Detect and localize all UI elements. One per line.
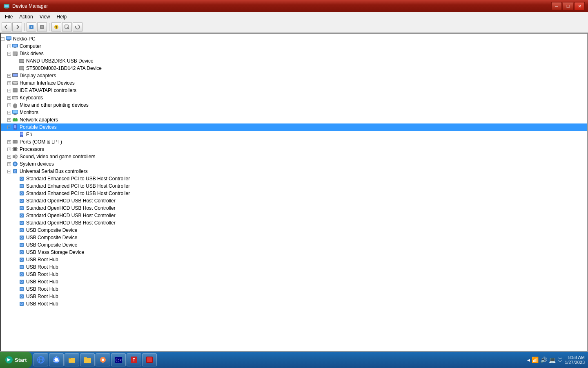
tree-item-usb-root-2[interactable]: USB Root Hub xyxy=(1,263,587,271)
label-processors: Processors xyxy=(20,146,44,152)
menu-action[interactable]: Action xyxy=(16,13,36,20)
tray-network[interactable]: 📶 xyxy=(532,357,539,363)
toolbar-properties[interactable]: i xyxy=(27,22,36,31)
expander-ide-ata[interactable]: + xyxy=(7,89,11,92)
tree-item-usb-ohci-3[interactable]: Standard OpenHCD USB Host Controller xyxy=(1,212,587,219)
toolbar-search[interactable] xyxy=(62,22,72,31)
toolbar-help[interactable]: ? xyxy=(51,22,61,31)
toolbar: i ? xyxy=(0,21,588,33)
tree-item-disk-drives[interactable]: − Disk drives xyxy=(1,50,587,57)
expander-human-interface[interactable]: + xyxy=(7,81,11,85)
expander-computer[interactable]: + xyxy=(7,45,11,48)
expander-portable-devices[interactable]: − xyxy=(7,126,11,129)
icon-usb-root-2 xyxy=(18,264,25,270)
toolbar-refresh[interactable] xyxy=(73,22,82,31)
start-button[interactable]: Start xyxy=(0,352,32,368)
toolbar-back[interactable] xyxy=(2,22,11,31)
tree-item-usb-ehci-2[interactable]: Standard Enhanced PCI to USB Host Contro… xyxy=(1,182,587,190)
expander-network-adapters[interactable]: + xyxy=(7,118,11,122)
taskbar-ie[interactable] xyxy=(33,353,48,366)
svg-rect-29 xyxy=(13,74,18,76)
tree-item-usb-ohci-1[interactable]: Standard OpenHCD USB Host Controller xyxy=(1,197,587,204)
tree-item-usb-controllers[interactable]: − Universal Serial Bus controllers xyxy=(1,168,587,175)
label-usb-mass-storage: USB Mass Storage Device xyxy=(26,249,84,255)
expander-display-adapters[interactable]: + xyxy=(7,74,11,78)
tree-item-usb-composite-2[interactable]: USB Composite Device xyxy=(1,234,587,241)
taskbar-explorer[interactable] xyxy=(65,353,79,366)
tree-item-computer[interactable]: + Computer xyxy=(1,43,587,50)
tree-item-usb-root-4[interactable]: USB Root Hub xyxy=(1,278,587,285)
menu-view[interactable]: View xyxy=(36,13,53,20)
tray-hardware[interactable]: 💻 xyxy=(549,357,556,363)
tray-arrow[interactable]: ◂ xyxy=(527,357,530,363)
tree-item-e-drive[interactable]: E:\ xyxy=(1,131,587,138)
tree-item-usb-composite-1[interactable]: USB Composite Device xyxy=(1,227,587,234)
icon-computer xyxy=(12,43,18,49)
expander-monitors[interactable]: + xyxy=(7,111,11,114)
tray-volume[interactable]: 🔊 xyxy=(540,357,547,363)
expander-nekko-pc[interactable]: − xyxy=(1,37,4,41)
tree-item-sound-video[interactable]: + Sound, video and game controllers xyxy=(1,153,587,160)
maximize-button[interactable]: □ xyxy=(563,2,573,10)
close-button[interactable]: ✕ xyxy=(574,2,585,10)
expander-sound-video[interactable]: + xyxy=(7,155,11,159)
tree-item-usb-ohci-4[interactable]: Standard OpenHCD USB Host Controller xyxy=(1,219,587,227)
tree-item-ports[interactable]: + Ports (COM & LPT) xyxy=(1,138,587,146)
expander-usb-controllers[interactable]: − xyxy=(7,170,11,173)
taskbar-app2[interactable] xyxy=(142,353,157,366)
expander-system-devices[interactable]: + xyxy=(7,162,11,166)
tree-item-usb-composite-3[interactable]: USB Composite Device xyxy=(1,241,587,249)
svg-point-127 xyxy=(21,303,22,304)
toolbar-uninstall[interactable] xyxy=(37,22,47,31)
tray-security[interactable]: 🛡 xyxy=(557,357,563,363)
tree-item-usb-root-7[interactable]: USB Root Hub xyxy=(1,300,587,307)
tree-item-nekko-pc[interactable]: − Nekko-PC xyxy=(1,35,587,43)
tree-item-ide-ata[interactable]: + IDE ATA/ATAPI controllers xyxy=(1,87,587,94)
device-tree-panel[interactable]: − Nekko-PC+ Computer− Disk drives NAND U… xyxy=(0,33,588,352)
expander-usb-composite-3 xyxy=(14,242,18,248)
taskbar-paint[interactable] xyxy=(96,353,110,366)
tree-item-usb-ohci-2[interactable]: Standard OpenHCD USB Host Controller xyxy=(1,204,587,212)
label-usb-root-1: USB Root Hub xyxy=(26,257,58,263)
tree-item-human-interface[interactable]: + Human Interface Devices xyxy=(1,79,587,87)
tree-item-usb-root-3[interactable]: USB Root Hub xyxy=(1,271,587,278)
expander-processors[interactable]: + xyxy=(7,148,11,151)
tree-item-keyboards[interactable]: + Keyboards xyxy=(1,94,587,101)
expander-mice[interactable]: + xyxy=(7,103,11,107)
label-usb-ohci-3: Standard OpenHCD USB Host Controller xyxy=(26,213,116,218)
svg-rect-18 xyxy=(14,47,16,48)
tree-item-nand-usb[interactable]: NAND USB2DISK USB Device xyxy=(1,57,587,65)
label-usb-ohci-4: Standard OpenHCD USB Host Controller xyxy=(26,220,116,226)
tree-item-usb-root-1[interactable]: USB Root Hub xyxy=(1,256,587,263)
minimize-button[interactable]: ─ xyxy=(551,2,562,10)
svg-point-73 xyxy=(15,171,16,172)
taskbar-folder[interactable] xyxy=(80,353,95,366)
tree-item-st500[interactable]: ST500DM002-1BD142 ATA Device xyxy=(1,65,587,72)
tree-item-usb-mass-storage[interactable]: USB Mass Storage Device xyxy=(1,249,587,256)
taskbar-chrome[interactable] xyxy=(49,353,64,366)
tree-item-network-adapters[interactable]: + Network adapters xyxy=(1,116,587,123)
toolbar-forward[interactable] xyxy=(12,22,22,31)
tree-item-usb-root-5[interactable]: USB Root Hub xyxy=(1,285,587,293)
taskbar-cmd[interactable]: C:\> xyxy=(111,353,126,366)
taskbar-app1[interactable]: T xyxy=(127,353,141,366)
expander-disk-drives[interactable]: − xyxy=(7,52,11,56)
menu-help[interactable]: Help xyxy=(53,13,70,20)
tree-item-portable-devices[interactable]: − Portable Devices xyxy=(1,123,587,131)
expander-keyboards[interactable]: + xyxy=(7,96,11,100)
menu-file[interactable]: File xyxy=(2,13,16,20)
expander-ports[interactable]: + xyxy=(7,140,11,144)
svg-rect-51 xyxy=(16,118,17,119)
expander-usb-root-1 xyxy=(14,256,18,263)
tree-item-display-adapters[interactable]: + Display adapters xyxy=(1,72,587,79)
svg-point-124 xyxy=(21,296,22,297)
tree-item-monitors[interactable]: + Monitors xyxy=(1,109,587,116)
tree-item-usb-root-6[interactable]: USB Root Hub xyxy=(1,293,587,300)
tree-item-usb-ehci-3[interactable]: Standard Enhanced PCI to USB Host Contro… xyxy=(1,190,587,197)
tree-item-system-devices[interactable]: + System devices xyxy=(1,160,587,168)
system-clock[interactable]: 8:58 AM 1/27/2023 xyxy=(565,355,585,365)
tree-item-processors[interactable]: + Processors xyxy=(1,146,587,153)
svg-rect-20 xyxy=(13,52,17,55)
tree-item-mice[interactable]: + Mice and other pointing devices xyxy=(1,101,587,109)
tree-item-usb-ehci-1[interactable]: Standard Enhanced PCI to USB Host Contro… xyxy=(1,175,587,182)
